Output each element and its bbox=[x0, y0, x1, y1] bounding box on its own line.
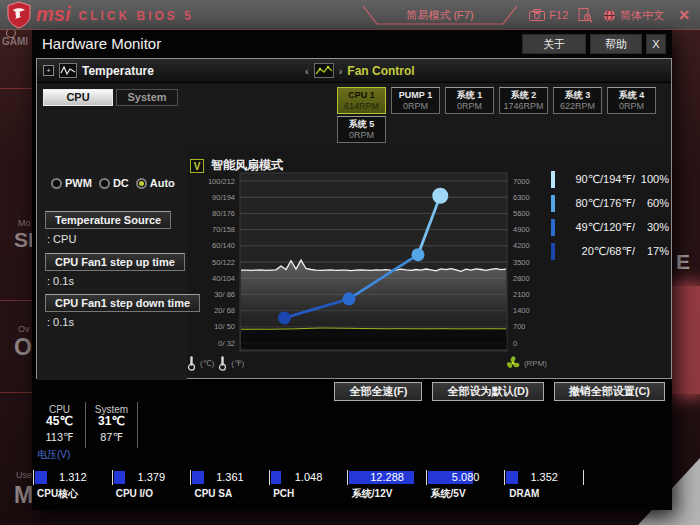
right-axis-tick: 1400 bbox=[513, 306, 530, 315]
field-button-1[interactable]: CPU Fan1 step up time bbox=[45, 253, 185, 271]
fan-button-系统-3[interactable]: 系统 3622RPM bbox=[553, 87, 602, 114]
screenshot-button[interactable]: F12 bbox=[529, 9, 568, 21]
msi-brand: msi bbox=[36, 3, 70, 26]
bg-menu-gaming: GAMI bbox=[2, 36, 28, 47]
fan-button-系统-4[interactable]: 系统 40RPM bbox=[607, 87, 656, 114]
fan-mode-auto[interactable]: Auto bbox=[136, 177, 175, 189]
radio-icon bbox=[136, 178, 147, 189]
tab-system[interactable]: System bbox=[116, 89, 178, 106]
fan-settings-panel: PWMDCAuto Temperature Source: CPUCPU Fan… bbox=[37, 151, 187, 380]
tab-cpu[interactable]: CPU bbox=[43, 89, 113, 106]
dialog-close-button[interactable]: X bbox=[646, 34, 666, 54]
legend-duty-percent: 100% bbox=[635, 173, 669, 185]
right-axis-tick: 2800 bbox=[513, 274, 530, 283]
search-doc-icon[interactable] bbox=[578, 8, 593, 23]
radio-dot bbox=[54, 181, 59, 186]
fan-curve-point-0[interactable] bbox=[278, 311, 291, 324]
voltage-value: 5.080 bbox=[427, 470, 505, 485]
right-axis-tick: 5600 bbox=[513, 209, 530, 218]
right-axis-tick: 4900 bbox=[513, 225, 530, 234]
fan-curve-point-3[interactable] bbox=[432, 188, 448, 204]
voltage-value: 1.312 bbox=[34, 470, 112, 485]
fan-button-rpm: 1746RPM bbox=[503, 101, 543, 111]
left-axis-tick: 0/ 32 bbox=[218, 339, 235, 348]
camera-icon bbox=[529, 9, 545, 21]
voltage-segment-3: 1.048 bbox=[269, 470, 348, 485]
voltage-rail-label: PCH bbox=[269, 487, 348, 501]
close-app-button[interactable]: ✕ bbox=[674, 7, 694, 23]
fan-control-graph-icon bbox=[314, 63, 334, 78]
dialog-titlebar: Hardware Monitor 关于 帮助 X bbox=[32, 30, 672, 58]
left-axis-tick: 50/122 bbox=[212, 258, 235, 267]
bg-menu-label-2: Ov bbox=[18, 324, 30, 334]
language-switch[interactable]: 简体中文 bbox=[603, 8, 664, 23]
radio-icon bbox=[99, 178, 110, 189]
fan-curve-legend: 90℃/194℉/100%80℃/176℉/60%49℃/120℉/30%20℃… bbox=[551, 167, 669, 263]
legend-row-1: 80℃/176℉/60% bbox=[551, 191, 669, 215]
rpm-unit-label: (RPM) bbox=[524, 359, 547, 368]
thermometer-celsius-icon bbox=[187, 356, 196, 371]
chart-axis-units: (℃) (℉) (RPM) bbox=[187, 355, 547, 371]
voltage-segment-4: 12.288 bbox=[347, 470, 426, 485]
radio-icon bbox=[51, 178, 62, 189]
fan-button-cpu-1[interactable]: CPU 1614RPM bbox=[337, 87, 386, 114]
legend-temp-label: 80℃/176℉/ bbox=[563, 197, 635, 210]
bg-divider bbox=[0, 392, 32, 393]
globe-icon bbox=[603, 9, 616, 22]
legend-temp-label: 20℃/68℉/ bbox=[563, 245, 635, 258]
left-axis-tick: 40/104 bbox=[212, 274, 235, 283]
rpm-history-area bbox=[241, 328, 507, 349]
right-axis-tick: 700 bbox=[513, 322, 526, 331]
voltage-section-title: 电压(V) bbox=[37, 448, 70, 462]
msi-shield-logo bbox=[6, 1, 32, 29]
field-button-0[interactable]: Temperature Source bbox=[45, 211, 171, 229]
legend-color-bar bbox=[551, 219, 555, 236]
legend-row-2: 49℃/120℉/30% bbox=[551, 215, 669, 239]
fan-curve-chart[interactable]: 100/212700090/194630080/176560070/158490… bbox=[185, 171, 547, 355]
fan-button-label: PUMP 1 bbox=[399, 90, 432, 101]
fan-button-系统-2[interactable]: 系统 21746RPM bbox=[499, 87, 548, 114]
fan-mode-pwm[interactable]: PWM bbox=[51, 177, 92, 189]
full-speed-all-button[interactable]: 全部全速(F) bbox=[334, 382, 422, 401]
collapse-icon[interactable]: + bbox=[43, 65, 54, 76]
legend-row-3: 20℃/68℉/17% bbox=[551, 239, 669, 263]
field-value-0: : CPU bbox=[47, 233, 76, 245]
fan-mode-dc[interactable]: DC bbox=[99, 177, 129, 189]
status-temp-celsius: 45℃ bbox=[34, 415, 85, 428]
hardware-monitor-dialog: Hardware Monitor 关于 帮助 X + Temperature ‹… bbox=[32, 30, 672, 510]
fan-button-label: 系统 4 bbox=[619, 90, 645, 101]
fan-mode-label: PWM bbox=[65, 177, 92, 189]
right-axis-tick: 6300 bbox=[513, 193, 530, 202]
fan-button-系统-1[interactable]: 系统 10RPM bbox=[445, 87, 494, 114]
fan-curve-point-1[interactable] bbox=[343, 292, 356, 305]
legend-duty-percent: 17% bbox=[635, 245, 669, 257]
field-button-2[interactable]: CPU Fan1 step down time bbox=[45, 294, 200, 312]
voltage-value: 1.352 bbox=[505, 470, 583, 485]
voltage-segment-2: 1.361 bbox=[190, 470, 269, 485]
right-axis-tick: 0 bbox=[513, 339, 517, 348]
fan-mode-label: Auto bbox=[150, 177, 175, 189]
fan-button-pump-1[interactable]: PUMP 10RPM bbox=[391, 87, 440, 114]
left-axis-tick: 60/140 bbox=[212, 241, 235, 250]
fan-curve-point-2[interactable] bbox=[412, 248, 425, 261]
set-all-default-button[interactable]: 全部设为默认(D) bbox=[432, 382, 543, 401]
left-axis-tick: 90/194 bbox=[212, 193, 235, 202]
fan-button-系统-5[interactable]: 系统 50RPM bbox=[337, 116, 386, 143]
fan-button-rpm: 0RPM bbox=[457, 101, 482, 111]
right-axis-tick: 3500 bbox=[513, 258, 530, 267]
voltage-labels: CPU核心CPU I/OCPU SAPCH系统/12V系统/5VDRAM bbox=[33, 487, 584, 501]
dialog-bottom-zone: 全部全速(F)全部设为默认(D)撤销全部设置(C) CPU45℃113℉Syst… bbox=[32, 380, 672, 510]
fan-button-label: 系统 2 bbox=[511, 90, 537, 101]
legend-color-bar bbox=[551, 171, 555, 188]
field-value-1: : 0.1s bbox=[47, 275, 74, 287]
help-button[interactable]: 帮助 bbox=[590, 34, 642, 54]
next-section-arrow[interactable]: › bbox=[339, 65, 343, 77]
radio-dot bbox=[139, 181, 144, 186]
status-temp-celsius: 31℃ bbox=[86, 415, 137, 428]
about-button[interactable]: 关于 bbox=[522, 34, 586, 54]
easy-mode-button[interactable]: 简易模式 (F7) bbox=[361, 5, 519, 26]
fan-button-rpm: 614RPM bbox=[344, 101, 379, 111]
voltage-value: 1.361 bbox=[191, 470, 269, 485]
prev-section-arrow[interactable]: ‹ bbox=[305, 65, 309, 77]
cancel-all-changes-button[interactable]: 撤销全部设置(C) bbox=[554, 382, 665, 401]
